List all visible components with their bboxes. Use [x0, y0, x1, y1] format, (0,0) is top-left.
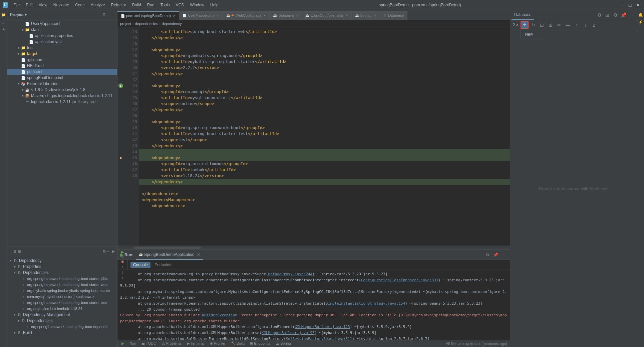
menu-build[interactable]: Build — [129, 2, 144, 8]
menu-edit[interactable]: Edit — [23, 2, 35, 8]
tab-close-icon[interactable]: ✕ — [345, 14, 348, 17]
status-spring-btn[interactable]: ☁ Spring — [274, 341, 292, 346]
minimize-button[interactable]: ─ — [619, 2, 625, 8]
stop-button[interactable]: ■ — [119, 259, 126, 264]
tree-jdk[interactable]: ▶ ☕ < 1.8 > D:\developJava\jdk-1.8 — [7, 87, 117, 93]
tab-usermapper[interactable]: 📄 UserMapper.xml ✕ — [179, 11, 223, 20]
tree-app-properties[interactable]: 📄 application.properties — [7, 33, 117, 39]
status-run-btn[interactable]: Run — [128, 342, 137, 346]
menu-run[interactable]: Run — [144, 2, 157, 8]
structure-dep-mgmt[interactable]: ▼ D Dependency Management — [7, 312, 117, 318]
code-editor[interactable]: ▶ ● — [117, 27, 510, 246]
status-problems-btn[interactable]: ⚠ Problems — [160, 341, 183, 346]
power-icon[interactable]: ⚡ — [637, 19, 644, 25]
tab-close-icon[interactable]: ✕ — [296, 14, 298, 17]
db-layout-icon[interactable]: ⊞ — [603, 11, 611, 19]
structure-dep-mgmt-deps[interactable]: ▶ D Dependencies — [7, 318, 117, 324]
tree-logback-jar[interactable]: 🗃 logback-classic-1.2.11.jar library roo… — [7, 99, 117, 105]
collapse-icon[interactable]: − — [108, 12, 114, 18]
add-datasource-button[interactable]: + — [521, 21, 529, 29]
tab-close-icon[interactable]: ✕ — [374, 14, 376, 17]
run-tab-close[interactable]: ✕ — [197, 252, 200, 257]
link-xmlmapper-parse[interactable]: XMLMapperBuilder.java:95 — [262, 331, 315, 335]
horizontal-scrollbar[interactable] — [134, 247, 201, 249]
structure-dependency[interactable]: ▼ D Dependency — [7, 258, 117, 264]
menu-view[interactable]: View — [36, 2, 50, 8]
db-pin-icon[interactable]: 📌 — [619, 11, 627, 19]
tree-help-md[interactable]: 📄 HELP.md — [7, 63, 117, 69]
structure-dep6[interactable]: ▪ org.projectlombok:lombok:1.18.24 — [7, 306, 117, 312]
tab-webconfig[interactable]: ☕ WebConfig.java ✕ — [223, 11, 270, 20]
play-button[interactable]: ▶ — [119, 250, 126, 254]
console-output[interactable]: at org.springframework.cglib.proxy.Metho… — [117, 270, 510, 340]
db-filter-icon[interactable]: ⊿ — [590, 21, 598, 29]
tab-pom-xml[interactable]: 📄 pom.xml (springBootDemo) ✕ — [117, 11, 179, 20]
db-table-icon[interactable]: ⊞ — [547, 21, 555, 29]
menu-code[interactable]: Code — [72, 2, 87, 8]
menu-refactor[interactable]: Refactor — [108, 2, 129, 8]
tree-springbootdemo-iml[interactable]: 📄 springBootDemo.iml — [7, 75, 117, 81]
db-console-icon[interactable]: ⊡ — [538, 21, 546, 29]
structure-icon1[interactable]: ⊞ — [13, 249, 16, 254]
db-settings-icon[interactable]: ⚙ — [595, 11, 603, 19]
structure-spring-dep[interactable]: ▪ org.springframework.boot:spring-boot-d… — [7, 324, 117, 330]
status-todo-btn[interactable]: ☰ TODO — [140, 341, 157, 346]
structure-build[interactable]: ▶ B Build — [7, 330, 117, 336]
tree-external-libs[interactable]: ▼ 📚 External Libraries — [7, 81, 117, 87]
structure-collapse-icon[interactable]: − — [107, 250, 109, 254]
tab-spring[interactable]: ☕ Sprin... ✕ — [352, 11, 380, 20]
editor-scrollbar[interactable] — [117, 246, 510, 250]
structure-dep4[interactable]: ▪ com.mysql:mysql-connector-j:<unknown> — [7, 294, 117, 300]
tree-static[interactable]: ▶ 📁 static — [7, 27, 117, 33]
db-options-icon[interactable]: ⚙ — [611, 11, 619, 19]
link-sqlsession[interactable]: SqlSessionFactoryBean.java:611 — [286, 337, 352, 340]
structure-properties[interactable]: ▶ P Properties — [7, 264, 117, 270]
menu-window[interactable]: Window — [187, 2, 207, 8]
tab-close-icon[interactable]: ✕ — [263, 14, 266, 17]
menu-help[interactable]: Help — [208, 2, 221, 8]
menu-file[interactable]: File — [11, 2, 22, 8]
tree-usermapper-xml[interactable]: 📄 UserMapper.xml — [7, 21, 117, 27]
structure-icon2[interactable]: ⊟ — [18, 249, 21, 254]
close-button[interactable]: ✕ — [635, 2, 641, 8]
tab-database[interactable]: 🗄 Database — [380, 11, 407, 20]
db-minimize-icon[interactable]: − — [627, 11, 635, 19]
link-builderexc1[interactable]: BuilderException — [202, 313, 237, 317]
db-up-icon[interactable]: ↑ — [573, 21, 581, 29]
run-app-tab[interactable]: ☕ SpringBootDemoApplication ✕ — [136, 250, 203, 260]
tab-console[interactable]: Console — [130, 262, 150, 268]
new-dropdown-item[interactable]: New — [521, 31, 547, 38]
structure-expand-icon[interactable]: ▶ — [112, 249, 114, 254]
tab-logincontroller[interactable]: ☕ LoginController.java ✕ — [302, 11, 351, 20]
settings-run-icon[interactable]: ⚙ — [484, 251, 491, 259]
structure-sort-icon[interactable]: ↕ — [10, 250, 12, 254]
menu-analyze[interactable]: Analyze — [88, 2, 108, 8]
tree-maven-logback[interactable]: ▼ 📦 Maven: ch.qos.logback:logback-classi… — [7, 93, 117, 99]
structure-dependencies[interactable]: ▼ D Dependencies — [7, 270, 117, 276]
tab-user[interactable]: ☕ User.java ✕ — [270, 11, 302, 20]
tab-close-icon[interactable]: ✕ — [173, 14, 176, 18]
menu-navigate[interactable]: Navigate — [51, 2, 72, 8]
tab-endpoints[interactable]: Endpoints — [152, 262, 175, 268]
status-profiler-btn[interactable]: ⊕ Profiler — [209, 341, 227, 346]
maximize-button[interactable]: □ — [627, 2, 633, 8]
structure-settings-icon[interactable]: ⚙ — [102, 249, 106, 254]
structure-dep3[interactable]: ▪ org.mybatis.spring.boot:mybatis-spring… — [7, 288, 117, 294]
structure-dep1[interactable]: ▪ org.springframework.boot:spring-boot-s… — [7, 276, 117, 282]
status-terminal-btn[interactable]: ▶ Terminal — [186, 341, 206, 346]
menu-tools[interactable]: Tools — [158, 2, 173, 8]
notifications-icon[interactable]: 🔔 — [637, 11, 644, 18]
link-methodproxy[interactable]: MethodProxy.java:244 — [268, 272, 312, 276]
gear-icon[interactable]: ⚙ — [101, 12, 107, 18]
db-minus-icon[interactable]: — — [564, 21, 572, 29]
link-xmlmapper-conf[interactable]: XMLMapperBuilder.java:123 — [295, 325, 350, 329]
structure-dep5[interactable]: ▪ org.springframework.boot:spring-boot-s… — [7, 300, 117, 306]
run-status-icon[interactable]: ▶ — [120, 341, 125, 346]
status-build-btn[interactable]: 🔨 Build — [230, 341, 246, 346]
favorites-activity-icon[interactable]: ★ — [0, 26, 7, 33]
structure-activity-icon[interactable]: ☰ — [0, 19, 7, 25]
menu-vcs[interactable]: VCS — [173, 2, 187, 8]
tree-pom-xml[interactable]: 📄 pom.xml — [7, 69, 117, 75]
code-content[interactable]: <artifactId>spring-boot-starter-web</art… — [139, 27, 510, 246]
tree-target[interactable]: ▶ 📁 target — [7, 51, 117, 57]
